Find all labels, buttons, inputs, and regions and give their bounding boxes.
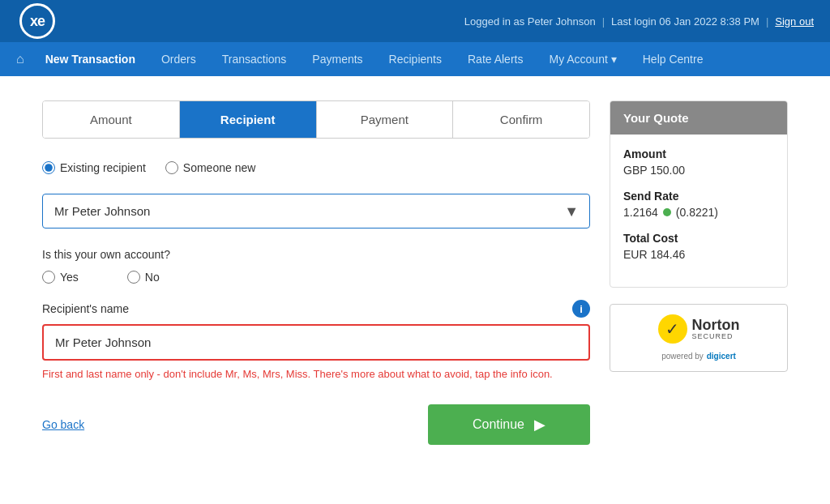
recipient-name-label: Recipient's name xyxy=(42,302,129,315)
nav-new-transaction[interactable]: New Transaction xyxy=(34,45,147,74)
quote-send-rate-label: Send Rate xyxy=(623,190,774,203)
own-account-question: Is this your own account? xyxy=(42,248,590,261)
quote-amount-value: GBP 150.00 xyxy=(623,164,774,177)
norton-logo: ✓ Norton SECURED xyxy=(658,314,740,344)
someone-new-option[interactable]: Someone new xyxy=(165,161,256,174)
top-bar-info: Logged in as Peter Johnson | Last login … xyxy=(464,15,814,28)
quote-box: Your Quote Amount GBP 150.00 Send Rate 1… xyxy=(610,100,788,288)
action-row: Go back Continue ▶ xyxy=(42,404,590,445)
recipient-type-group: Existing recipient Someone new xyxy=(42,161,590,174)
quote-body: Amount GBP 150.00 Send Rate 1.2164 (0.82… xyxy=(610,135,787,287)
info-icon[interactable]: i xyxy=(572,300,590,318)
step-confirm[interactable]: Confirm xyxy=(453,101,589,138)
logo: xe xyxy=(16,0,58,42)
quote-send-rate-value: 1.2164 xyxy=(623,206,658,219)
someone-new-radio[interactable] xyxy=(165,161,178,174)
rate-dot-icon xyxy=(663,208,671,216)
step-amount[interactable]: Amount xyxy=(43,101,180,138)
last-login: Last login 06 Jan 2022 8:38 PM xyxy=(611,15,759,28)
quote-amount-row: Amount GBP 150.00 xyxy=(623,147,774,177)
existing-recipient-option[interactable]: Existing recipient xyxy=(42,161,146,174)
norton-badge: ✓ Norton SECURED powered by digicert xyxy=(610,304,788,372)
norton-powered-by: powered by digicert xyxy=(661,348,736,361)
no-option[interactable]: No xyxy=(127,271,160,284)
quote-amount-label: Amount xyxy=(623,147,774,160)
norton-name: Norton xyxy=(692,318,740,332)
yes-option[interactable]: Yes xyxy=(42,271,79,284)
nav-bar: ⌂ New Transaction Orders Transactions Pa… xyxy=(0,42,830,76)
stepper: Amount Recipient Payment Confirm xyxy=(42,100,590,139)
xe-logo: xe xyxy=(19,3,55,39)
signout-link[interactable]: Sign out xyxy=(775,15,814,28)
own-account-radios: Yes No xyxy=(42,271,590,284)
separator-2: | xyxy=(766,15,768,28)
existing-recipient-radio[interactable] xyxy=(42,161,55,174)
sidebar: Your Quote Amount GBP 150.00 Send Rate 1… xyxy=(610,100,788,445)
quote-send-rate-row: Send Rate 1.2164 (0.8221) xyxy=(623,190,774,219)
recipient-name-input[interactable] xyxy=(42,324,590,361)
nav-rate-alerts[interactable]: Rate Alerts xyxy=(456,45,534,74)
norton-digicert: digicert xyxy=(707,352,736,361)
quote-header: Your Quote xyxy=(610,101,787,135)
main-container: Amount Recipient Payment Confirm Existin… xyxy=(26,100,804,445)
home-icon[interactable]: ⌂ xyxy=(16,52,24,66)
nav-help-centre[interactable]: Help Centre xyxy=(631,45,715,74)
nav-transactions[interactable]: Transactions xyxy=(211,45,298,74)
norton-checkmark-icon: ✓ xyxy=(658,314,687,344)
recipient-dropdown[interactable]: Mr Peter Johnson xyxy=(42,194,590,229)
nav-my-account[interactable]: My Account ▾ xyxy=(537,45,627,74)
continue-label: Continue xyxy=(473,417,524,432)
content-area: Amount Recipient Payment Confirm Existin… xyxy=(42,100,590,445)
continue-button[interactable]: Continue ▶ xyxy=(428,404,590,445)
norton-secured: SECURED xyxy=(692,332,740,340)
recipient-name-section: Recipient's name i First and last name o… xyxy=(42,300,590,382)
go-back-button[interactable]: Go back xyxy=(42,418,84,431)
top-bar: xe Logged in as Peter Johnson | Last log… xyxy=(0,0,830,42)
nav-recipients[interactable]: Recipients xyxy=(378,45,453,74)
quote-total-value: EUR 184.46 xyxy=(623,248,774,261)
step-payment[interactable]: Payment xyxy=(317,101,454,138)
step-recipient[interactable]: Recipient xyxy=(180,101,317,138)
nav-payments[interactable]: Payments xyxy=(301,45,374,74)
field-header: Recipient's name i xyxy=(42,300,590,318)
own-account-section: Is this your own account? Yes No xyxy=(42,248,590,284)
yes-radio[interactable] xyxy=(42,271,55,284)
nav-orders[interactable]: Orders xyxy=(150,45,208,74)
no-radio[interactable] xyxy=(127,271,140,284)
separator-1: | xyxy=(602,15,605,28)
quote-total-label: Total Cost xyxy=(623,232,774,245)
continue-arrow-icon: ▶ xyxy=(534,416,545,434)
quote-total-row: Total Cost EUR 184.46 xyxy=(623,232,774,261)
error-message: First and last name only - don't include… xyxy=(42,367,590,382)
quote-send-rate-extra: (0.8221) xyxy=(676,206,718,219)
recipient-select-wrapper: Mr Peter Johnson ▼ xyxy=(42,194,590,229)
login-info: Logged in as Peter Johnson xyxy=(464,15,596,28)
norton-text: Norton SECURED xyxy=(692,318,740,340)
quote-send-rate-value-row: 1.2164 (0.8221) xyxy=(623,206,774,219)
